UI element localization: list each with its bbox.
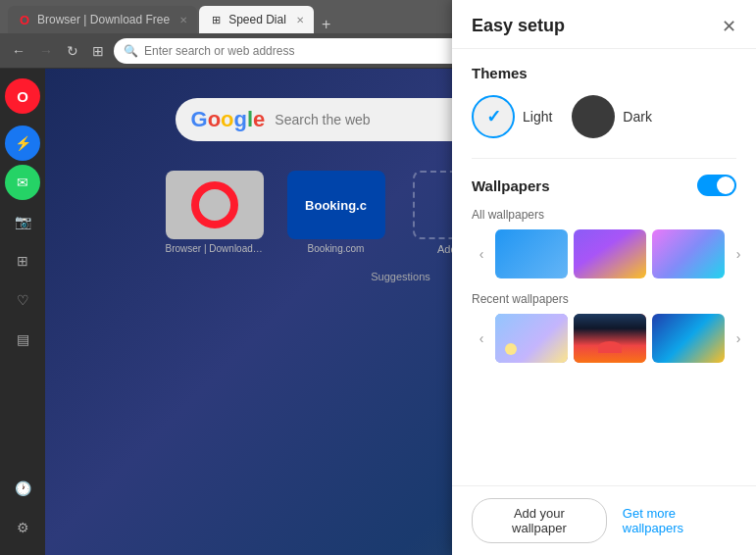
divider bbox=[472, 158, 736, 159]
dial-item-booking[interactable]: Booking.c Booking.com bbox=[287, 171, 393, 255]
wallpaper-pink[interactable] bbox=[652, 229, 725, 278]
wallpapers-toggle[interactable] bbox=[697, 175, 736, 196]
history-icon: 🕐 bbox=[15, 480, 31, 496]
themes-title: Themes bbox=[472, 65, 736, 81]
theme-dark-option[interactable]: Dark bbox=[572, 95, 652, 138]
svg-point-0 bbox=[195, 185, 234, 225]
feed-icon: ▤ bbox=[17, 331, 29, 347]
camera-icon: 📷 bbox=[15, 214, 31, 229]
light-theme-label: Light bbox=[523, 109, 552, 125]
tab-speed-dial-label: Speed Dial bbox=[228, 13, 286, 26]
prev-recent-button[interactable]: ‹ bbox=[472, 328, 491, 348]
sidebar-item-messenger[interactable]: ⚡ bbox=[5, 126, 40, 161]
easy-setup-panel: Easy setup ✕ Themes ✓ Light Dark Wallpap… bbox=[452, 0, 756, 555]
recent-wallpapers-grid bbox=[495, 314, 725, 363]
all-wallpapers-grid bbox=[495, 229, 725, 278]
themes-row: ✓ Light Dark bbox=[472, 95, 736, 138]
next-all-button[interactable]: › bbox=[729, 244, 748, 264]
all-wallpapers-label: All wallpapers bbox=[472, 208, 736, 222]
sidebar-item-settings[interactable]: ⚙ bbox=[5, 510, 40, 545]
sidebar-item-feed[interactable]: ▤ bbox=[5, 322, 40, 357]
wallpaper-blue2[interactable] bbox=[652, 314, 725, 363]
booking-thumb: Booking.c bbox=[287, 171, 385, 239]
sidebar-item-whatsapp[interactable]: ✉ bbox=[5, 165, 40, 200]
opera-label: Browser | Download Free | Fast... bbox=[166, 243, 264, 254]
dark-theme-label: Dark bbox=[623, 109, 652, 125]
next-recent-button[interactable]: › bbox=[729, 328, 748, 348]
search-icon: 🔍 bbox=[124, 44, 138, 58]
dark-theme-circle bbox=[572, 95, 615, 138]
add-wallpaper-button[interactable]: Add your wallpaper bbox=[472, 498, 607, 543]
sidebar-item-instagram[interactable]: 📷 bbox=[5, 204, 40, 239]
reload-button[interactable]: ↻ bbox=[63, 39, 82, 63]
heart-icon: ♡ bbox=[17, 292, 29, 308]
sidebar: O ⚡ ✉ 📷 ⊞ ♡ ▤ 🕐 ⚙ bbox=[0, 69, 45, 555]
sidebar-item-opera[interactable]: O bbox=[5, 78, 40, 114]
wallpapers-header: Wallpapers bbox=[472, 175, 736, 196]
recent-wallpapers-label: Recent wallpapers bbox=[472, 292, 736, 306]
wallpaper-sunset[interactable] bbox=[574, 314, 646, 363]
wallpaper-room[interactable] bbox=[495, 314, 568, 363]
opera-thumb bbox=[166, 171, 264, 239]
google-logo: Google bbox=[191, 107, 266, 132]
booking-label: Booking.com bbox=[287, 243, 385, 254]
theme-light-option[interactable]: ✓ Light bbox=[472, 95, 552, 138]
opera-logo-icon: O bbox=[17, 88, 28, 105]
get-more-wallpapers-link[interactable]: Get more wallpapers bbox=[623, 506, 736, 535]
sidebar-item-history[interactable]: 🕐 bbox=[5, 471, 40, 506]
whatsapp-icon: ✉ bbox=[17, 175, 28, 190]
messenger-icon: ⚡ bbox=[15, 135, 31, 151]
tab-browser-close[interactable]: ✕ bbox=[179, 15, 187, 25]
forward-button[interactable]: → bbox=[35, 39, 57, 63]
prev-all-button[interactable]: ‹ bbox=[472, 244, 491, 264]
speed-dial-favicon: ⊞ bbox=[209, 13, 223, 26]
tab-speed-dial[interactable]: ⊞ Speed Dial ✕ bbox=[199, 6, 314, 33]
panel-close-button[interactable]: ✕ bbox=[722, 18, 736, 35]
recent-wallpapers-row: ‹ › bbox=[472, 314, 736, 363]
panel-header: Easy setup ✕ bbox=[452, 0, 756, 49]
toggle-knob bbox=[717, 177, 734, 194]
wallpaper-purple[interactable] bbox=[574, 229, 646, 278]
wallpaper-blue[interactable] bbox=[495, 229, 568, 278]
wallpapers-title: Wallpapers bbox=[472, 177, 549, 194]
all-wallpapers-row: ‹ › bbox=[472, 229, 736, 278]
sidebar-item-favorites[interactable]: ♡ bbox=[5, 282, 40, 318]
tab-speed-dial-close[interactable]: ✕ bbox=[296, 15, 304, 25]
dial-item-opera[interactable]: Browser | Download Free | Fast... bbox=[166, 171, 272, 255]
light-theme-circle: ✓ bbox=[472, 95, 515, 138]
tab-browser-label: Browser | Download Free bbox=[37, 13, 170, 26]
panel-body: Themes ✓ Light Dark Wallpapers All wallp… bbox=[452, 49, 756, 485]
sidebar-item-apps[interactable]: ⊞ bbox=[5, 243, 40, 278]
check-icon: ✓ bbox=[486, 106, 501, 127]
panel-title: Easy setup bbox=[472, 16, 565, 36]
back-button[interactable]: ← bbox=[8, 39, 29, 63]
opera-tab-favicon: O bbox=[18, 13, 31, 26]
panel-footer: Add your wallpaper Get more wallpapers bbox=[452, 485, 756, 555]
apps-icon: ⊞ bbox=[17, 253, 28, 269]
tabs-button[interactable]: ⊞ bbox=[88, 39, 108, 63]
tab-browser[interactable]: O Browser | Download Free ✕ bbox=[8, 6, 197, 33]
settings-icon: ⚙ bbox=[17, 520, 29, 535]
add-tab-button[interactable]: + bbox=[316, 16, 336, 33]
